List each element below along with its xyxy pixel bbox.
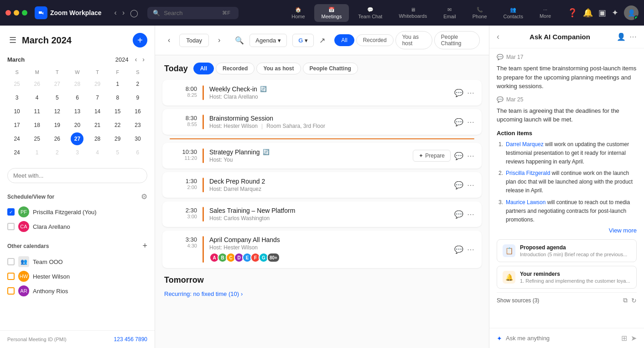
event-sales-training[interactable]: 2:30 3:00 Sales Training – New Platform …: [162, 201, 482, 227]
cal-day[interactable]: 16: [131, 105, 144, 118]
next-day-button[interactable]: ›: [214, 34, 224, 46]
event-strategy-planning[interactable]: 10:30 11:20 Strategy Planning 🔄 Host: Yo…: [162, 143, 482, 169]
filter-recorded-tab[interactable]: Recorded: [356, 34, 394, 46]
today-filter-host[interactable]: You as host: [256, 63, 301, 74]
cal-day[interactable]: 19: [51, 119, 63, 132]
close-button[interactable]: [5, 10, 11, 16]
nav-whiteboards[interactable]: 🖥 Whiteboards: [391, 4, 434, 21]
cal-day[interactable]: 15: [111, 105, 124, 118]
nav-phone[interactable]: 📞 Phone: [465, 4, 494, 22]
cal-day[interactable]: 20: [71, 119, 83, 132]
today-button[interactable]: Today: [179, 34, 209, 47]
filter-chatting-tab[interactable]: People Chatting: [434, 31, 480, 49]
today-filter-all[interactable]: All: [193, 63, 214, 74]
cal-day[interactable]: 22: [111, 119, 124, 132]
cal-day[interactable]: 24: [10, 132, 23, 145]
cal-day[interactable]: 28: [91, 132, 104, 145]
reminders-card[interactable]: 🔔 Your reminders 1. Refining and impleme…: [497, 266, 637, 289]
cal-day[interactable]: 4: [91, 146, 104, 159]
nav-team-chat[interactable]: 💬 Team Chat: [351, 4, 390, 22]
cal-day[interactable]: 1: [111, 78, 124, 90]
more-options-icon[interactable]: ⋯: [467, 89, 474, 97]
google-calendar-button[interactable]: G ▾: [292, 34, 314, 47]
event-all-hands[interactable]: 3:30 4:30 April Company All Hands Host: …: [162, 231, 482, 268]
today-filter-chatting[interactable]: People Chatting: [303, 63, 358, 74]
cal-day[interactable]: 23: [131, 119, 144, 132]
nav-meetings[interactable]: 📅 Meetings: [314, 4, 349, 22]
cal-day[interactable]: 2: [131, 78, 144, 90]
avatar[interactable]: 👤: [624, 5, 639, 20]
pmi-number[interactable]: 123 456 7890: [114, 336, 147, 343]
cal-day[interactable]: 29: [91, 78, 104, 90]
chat-icon[interactable]: 💬: [454, 89, 463, 97]
more-options-icon[interactable]: ⋯: [467, 181, 474, 190]
cal-day[interactable]: 8: [111, 91, 124, 104]
cal-day[interactable]: 24: [10, 146, 23, 159]
chat-icon[interactable]: 💬: [454, 245, 463, 254]
layout-icon[interactable]: ▣: [598, 8, 606, 18]
meet-with-input[interactable]: [7, 168, 147, 183]
recurring-link[interactable]: Recurring: no fixed time (10) ›: [162, 287, 482, 301]
cal-day[interactable]: 6: [71, 91, 83, 104]
prepare-button[interactable]: ✦ Prepare: [413, 150, 451, 162]
copy-button[interactable]: ⧉: [623, 296, 628, 304]
cal-day[interactable]: 1: [31, 146, 43, 159]
cal-day[interactable]: 6: [131, 146, 144, 159]
chat-icon[interactable]: 💬: [454, 152, 463, 160]
mini-cal-prev-button[interactable]: ‹: [132, 55, 140, 64]
search-bar[interactable]: 🔍 ⌘F: [147, 7, 239, 19]
nav-home[interactable]: 🏠 Home: [284, 4, 312, 22]
add-calendar-button[interactable]: +: [142, 241, 147, 251]
cal-day[interactable]: 21: [91, 119, 104, 132]
nav-more[interactable]: ··· More: [532, 4, 558, 21]
event-deck-prep[interactable]: 1:30 2:00 Deck Prep Round 2 Host: Darrel…: [162, 172, 482, 198]
show-sources-text[interactable]: Show sources (3): [497, 297, 619, 304]
nav-contacts[interactable]: 👥 Contacts: [496, 4, 530, 22]
prev-day-button[interactable]: ‹: [164, 34, 174, 46]
cal-day[interactable]: 11: [31, 105, 43, 118]
ai-more-icon[interactable]: ⋯: [629, 32, 637, 41]
fullscreen-button[interactable]: [22, 10, 27, 16]
cal-day[interactable]: 18: [31, 119, 43, 132]
ai-link-priscilla[interactable]: Priscilla Fitzgerald: [506, 170, 550, 176]
cal-day[interactable]: 25: [10, 78, 23, 90]
search-input[interactable]: [164, 10, 218, 16]
ai-grid-icon[interactable]: ⊞: [621, 334, 627, 343]
anthony-checkbox[interactable]: [7, 287, 15, 295]
ai-ask-input[interactable]: [506, 335, 618, 342]
refresh-button[interactable]: ↻: [631, 296, 637, 304]
history-button[interactable]: ◯: [128, 7, 140, 19]
minimize-button[interactable]: [14, 10, 19, 16]
proposed-agenda-card[interactable]: 📋 Proposed agenda Introduction (5 min) B…: [497, 239, 637, 262]
cal-day[interactable]: 13: [71, 105, 83, 118]
cal-day[interactable]: 14: [91, 105, 104, 118]
star-icon[interactable]: ✦: [612, 8, 618, 18]
cal-day[interactable]: 3: [10, 91, 23, 104]
cal-day[interactable]: 30: [131, 132, 144, 145]
chat-icon[interactable]: 💬: [454, 210, 463, 219]
ai-link-darrel[interactable]: Darrel Marquez: [506, 141, 544, 148]
cal-day[interactable]: 9: [131, 91, 144, 104]
view-more-link[interactable]: View more: [497, 227, 637, 234]
priscilla-checkbox[interactable]: [7, 208, 15, 216]
event-brainstorming[interactable]: 8:30 8:55 Brainstorming Session Host: He…: [162, 109, 482, 135]
more-options-icon[interactable]: ⋯: [467, 118, 474, 127]
today-filter-recorded[interactable]: Recorded: [216, 63, 254, 74]
cal-day[interactable]: 7: [91, 91, 104, 104]
cal-day[interactable]: 29: [111, 132, 124, 145]
chat-icon[interactable]: 💬: [454, 181, 463, 190]
help-icon[interactable]: ❓: [567, 8, 577, 18]
cal-day[interactable]: 26: [51, 132, 63, 145]
more-options-icon[interactable]: ⋯: [467, 152, 474, 160]
event-weekly-checkin[interactable]: 8:00 8:25 Weekly Check-in 🔄 Host: Clara …: [162, 80, 482, 105]
chat-icon[interactable]: 💬: [454, 118, 463, 127]
cal-day[interactable]: 5: [51, 91, 63, 104]
cal-day[interactable]: 26: [31, 78, 43, 90]
cal-day[interactable]: 27: [51, 78, 63, 90]
more-options-icon[interactable]: ⋯: [467, 210, 474, 219]
cal-day[interactable]: 17: [10, 119, 23, 132]
clara-checkbox[interactable]: [7, 223, 15, 230]
cal-day[interactable]: 3: [71, 146, 83, 159]
cal-day-today[interactable]: 27: [71, 132, 83, 145]
mini-cal-next-button[interactable]: ›: [140, 55, 147, 64]
